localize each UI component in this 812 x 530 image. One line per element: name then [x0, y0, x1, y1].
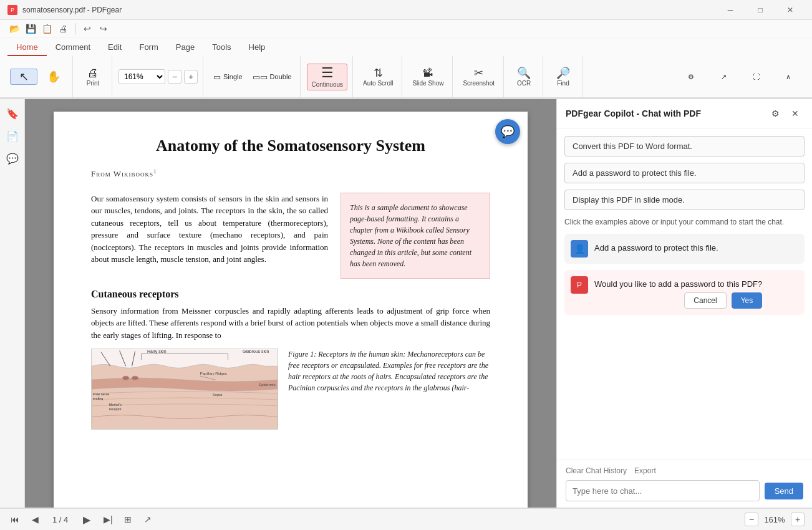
- window-title: somatosensory.pdf - PDFgear: [22, 6, 716, 14]
- minimize-button[interactable]: ─: [716, 0, 745, 20]
- ribbon: ↖ ✋ 🖨 Print 161% 50% 75% 100%: [0, 56, 812, 99]
- svg-text:Hairy skin: Hairy skin: [147, 350, 167, 355]
- double-label: Double: [270, 73, 292, 80]
- tab-comment[interactable]: Comment: [47, 39, 99, 56]
- suggestion-convert[interactable]: Convert this PDF to Word format.: [564, 136, 805, 157]
- send-button[interactable]: Send: [765, 483, 803, 499]
- suggestion-slidemode[interactable]: Display this PDF in slide mode.: [564, 190, 805, 210]
- undo-button[interactable]: ↩: [80, 22, 94, 36]
- single-view-button[interactable]: ▭ Single: [210, 71, 246, 83]
- continuous-group: ☰ Continuous: [302, 56, 353, 97]
- auto-scroll-button[interactable]: ⇅ Auto Scroll: [359, 65, 397, 89]
- titlebar: P somatosensory.pdf - PDFgear ─ □ ✕: [0, 0, 812, 20]
- single-icon: ▭: [213, 72, 221, 82]
- user-avatar: 👤: [571, 240, 588, 258]
- find-button[interactable]: 🔎 Find: [549, 65, 577, 89]
- print-icon: 🖨: [87, 67, 99, 79]
- figure-caption: Figure 1: Receptors in the human skin: M…: [288, 349, 490, 430]
- pdf-col-left: Our somatosensory system consists of sen…: [91, 193, 328, 279]
- tab-tools[interactable]: Tools: [203, 39, 239, 56]
- copilot-body[interactable]: Convert this PDF to Word format. Add a p…: [557, 128, 812, 460]
- slide-show-button[interactable]: 📽 Slide Show: [408, 65, 447, 89]
- copilot-info-text: Click the examples above or input your c…: [564, 216, 805, 228]
- continuous-label: Continuous: [311, 81, 343, 88]
- svg-text:Glabrous skin: Glabrous skin: [243, 350, 269, 354]
- redo-button[interactable]: ↪: [97, 22, 110, 36]
- screenshot-group: ✂ Screenshot: [454, 56, 504, 97]
- sidebar-pages-icon[interactable]: 📄: [3, 127, 22, 145]
- print-button[interactable]: 🖨 Print: [79, 65, 107, 89]
- zoom-select[interactable]: 161% 50% 75% 100% 125% 150% 200% 300%: [118, 69, 165, 84]
- slide-show-label: Slide Show: [412, 80, 443, 87]
- pdf-title: Anatomy of the Somatosensory System: [91, 137, 490, 155]
- cancel-button[interactable]: Cancel: [684, 292, 726, 309]
- tab-help[interactable]: Help: [240, 39, 274, 56]
- svg-text:Free nerve: Free nerve: [93, 392, 109, 396]
- zoom-out-button[interactable]: −: [168, 70, 181, 84]
- close-button[interactable]: ✕: [776, 0, 805, 20]
- zoom-minus-button[interactable]: −: [745, 513, 758, 526]
- svg-text:Septa: Septa: [213, 393, 223, 397]
- print-quick-button[interactable]: 🖨: [56, 22, 70, 36]
- ocr-button[interactable]: 🔍 OCR: [510, 65, 538, 89]
- screenshot-button[interactable]: ✂ Screenshot: [459, 65, 498, 89]
- export-link[interactable]: Export: [634, 466, 656, 475]
- double-view-button[interactable]: ▭▭ Double: [249, 71, 296, 83]
- hand-tool-button[interactable]: ✋: [40, 69, 67, 84]
- app-icon: P: [7, 5, 17, 15]
- sidebar-bookmark-icon[interactable]: 🔖: [3, 104, 22, 123]
- find-group: 🔎 Find: [544, 56, 582, 97]
- ai-message: P Would you like to add a password to th…: [564, 270, 805, 315]
- chat-input[interactable]: [566, 480, 760, 501]
- save-button[interactable]: 💾: [24, 22, 37, 36]
- copilot-settings-button[interactable]: ⚙: [767, 105, 783, 122]
- view-mode-status-button[interactable]: ⊞: [120, 512, 135, 527]
- zoom-plus-button[interactable]: +: [791, 513, 805, 526]
- print-group: 🖨 Print: [74, 56, 112, 97]
- fullscreen-button[interactable]: ⛶: [742, 71, 770, 82]
- zoom-in-button[interactable]: +: [184, 70, 198, 84]
- share-button[interactable]: ↗: [710, 71, 737, 83]
- tab-form[interactable]: Form: [130, 39, 167, 56]
- pdf-viewer[interactable]: 💬 Anatomy of the Somatosensory System Fr…: [25, 99, 556, 508]
- skin-diagram-svg: Hairy skin Glabrous skin: [92, 349, 278, 430]
- settings-button[interactable]: ⚙: [677, 71, 705, 83]
- pdf-heading2: Cutaneous receptors: [91, 289, 490, 300]
- top-right-controls: ⚙ ↗ ⛶ ∧: [672, 56, 807, 97]
- next-page-button[interactable]: ▶|: [100, 512, 115, 527]
- maximize-button[interactable]: □: [746, 0, 775, 20]
- chat-float-icon: 💬: [501, 125, 515, 138]
- pdf-body1: Our somatosensory system consists of sen…: [91, 193, 328, 266]
- prev-page-button[interactable]: ◀: [27, 512, 42, 527]
- clear-history-link[interactable]: Clear Chat History: [566, 466, 627, 475]
- save-as-button[interactable]: 📋: [40, 22, 54, 36]
- figure-area: Hairy skin Glabrous skin: [91, 349, 490, 430]
- collapse-icon: ∧: [786, 73, 791, 81]
- footer-actions: Clear Chat History Export: [566, 466, 803, 475]
- suggestion-password[interactable]: Add a password to protect this file.: [564, 163, 805, 183]
- tab-edit[interactable]: Edit: [99, 39, 130, 56]
- pdf-two-col: Our somatosensory system consists of sen…: [91, 193, 490, 279]
- chat-float-button[interactable]: 💬: [495, 119, 520, 144]
- cursor-tool-button[interactable]: ↖: [10, 69, 37, 85]
- share-status-button[interactable]: ↗: [140, 512, 155, 527]
- copilot-close-button[interactable]: ✕: [787, 105, 803, 122]
- continuous-button[interactable]: ☰ Continuous: [307, 64, 347, 90]
- first-page-button[interactable]: ⏮: [7, 512, 22, 527]
- zoom-percentage: 161%: [762, 515, 787, 524]
- tab-home[interactable]: Home: [7, 39, 47, 56]
- svg-text:receptor: receptor: [109, 407, 122, 411]
- tab-page[interactable]: Page: [167, 39, 203, 56]
- copilot-header-actions: ⚙ ✕: [767, 105, 803, 122]
- collapse-button[interactable]: ∧: [775, 71, 802, 83]
- pdf-page: 💬 Anatomy of the Somatosensory System Fr…: [54, 112, 528, 508]
- pdf-body2: Sensory information from Meissner corpus…: [91, 305, 490, 342]
- chat-input-row: Send: [566, 480, 803, 501]
- zoom-controls: − 161% +: [745, 513, 805, 526]
- ai-avatar: P: [571, 276, 588, 294]
- play-button[interactable]: ▶: [78, 511, 95, 528]
- yes-button[interactable]: Yes: [732, 292, 763, 309]
- sidebar-comment-icon[interactable]: 💬: [3, 149, 22, 168]
- open-button[interactable]: 📂: [7, 22, 21, 36]
- svg-text:Merkel's: Merkel's: [109, 403, 122, 407]
